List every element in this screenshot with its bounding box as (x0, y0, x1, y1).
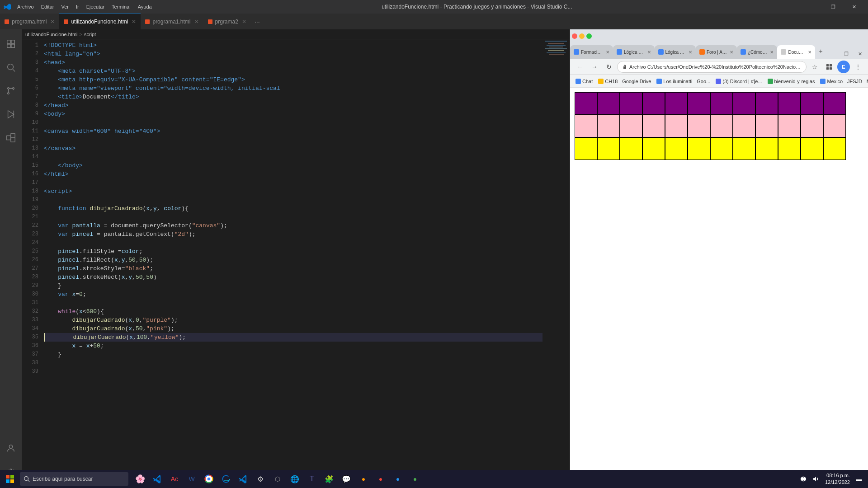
taskbar-puzzle-app[interactable]: 🧩 (321, 471, 337, 487)
extension-icon[interactable] (823, 61, 835, 73)
menu-view[interactable]: Ver (61, 4, 69, 9)
svg-marker-10 (8, 111, 14, 118)
code-editor[interactable]: 1234567891011121314151617181920212223242… (22, 39, 570, 478)
tab-close-icon[interactable]: ✕ (242, 19, 246, 25)
tab-programa1[interactable]: programa1.html ✕ (141, 14, 203, 29)
tray-network[interactable] (798, 474, 809, 484)
canvas-cell-pink (823, 115, 846, 137)
svg-rect-0 (7, 40, 10, 43)
taskbar-whatsapp-app[interactable]: 💬 (338, 471, 354, 487)
canvas-cell-pink (575, 115, 597, 137)
tab-close-icon[interactable]: ✕ (730, 50, 733, 55)
reload-button[interactable]: ↻ (603, 61, 615, 73)
menu-run[interactable]: Ejecutar (86, 4, 104, 9)
system-clock[interactable]: 08:16 p.m. 12/12/2022 (823, 472, 852, 486)
tab-close-icon[interactable]: ✕ (689, 50, 692, 55)
tray-volume[interactable] (811, 474, 821, 484)
browser-close-btn[interactable] (572, 33, 577, 39)
bookmark-mexico[interactable]: Mexico - JFSJD - Mi... (818, 78, 868, 85)
menu-edit[interactable]: Editar (41, 4, 54, 9)
new-tab-button[interactable]: + (815, 45, 826, 57)
tab-close-icon[interactable]: ✕ (194, 19, 199, 25)
svg-rect-19 (826, 67, 829, 69)
start-button[interactable] (2, 471, 18, 487)
taskbar-extra4-app[interactable]: ● (407, 471, 423, 487)
taskbar-system-tray: 08:16 p.m. 12/12/2022 ▬ (798, 472, 866, 486)
breadcrumb-section[interactable]: script (84, 32, 96, 37)
tab-close-icon[interactable]: ✕ (606, 50, 609, 55)
menu-go[interactable]: Ir (76, 4, 79, 9)
browser-tab-foro[interactable]: Foro | Alur... ✕ (696, 45, 737, 59)
browser-tab-formacion[interactable]: Formación ... ✕ (570, 45, 613, 59)
back-button[interactable]: ← (574, 61, 586, 73)
minimize-button[interactable]: ─ (802, 0, 823, 14)
bookmark-icon (716, 79, 721, 84)
taskbar-github-app[interactable]: ⬡ (269, 471, 286, 487)
taskbar-edge-app[interactable] (218, 471, 234, 487)
address-bar[interactable]: Archivo C:/Users/user/OneDrive%20-%20Ins… (617, 61, 807, 73)
browser-tab-document[interactable]: Document ✕ (777, 45, 815, 59)
browser-tab-como[interactable]: ¿Cómo fu... ✕ (737, 45, 778, 59)
tab-programa[interactable]: programa.html ✕ (0, 14, 59, 29)
browser-tab-logica2[interactable]: Lógica de ... ✕ (655, 45, 696, 59)
tab-close-icon[interactable]: ✕ (132, 19, 136, 25)
browser-maximize-btn[interactable] (586, 33, 592, 39)
menu-terminal[interactable]: Terminal (112, 4, 131, 9)
activity-git[interactable] (0, 80, 22, 102)
canvas-cell-purple (823, 92, 846, 115)
activity-search[interactable] (0, 56, 22, 78)
taskbar-extra2-app[interactable]: ● (373, 471, 389, 487)
forward-button[interactable]: → (588, 61, 601, 73)
bookmark-bienvenida[interactable]: bienvenid-y-reglas (766, 78, 817, 85)
close-button[interactable]: ✕ (844, 0, 864, 14)
show-desktop[interactable]: ▬ (854, 474, 864, 484)
canvas-purple-row (575, 92, 846, 160)
taskbar-search[interactable]: Escribe aquí para buscar (20, 472, 128, 486)
taskbar-teams-app[interactable]: ⚙ (252, 471, 269, 487)
menu-file[interactable]: Archivo (17, 4, 34, 9)
tab-close-icon[interactable]: ✕ (647, 50, 651, 55)
taskbar-vscode-app[interactable] (149, 471, 165, 487)
taskbar-word-app[interactable]: W (184, 471, 200, 487)
profile-icon[interactable]: E (837, 61, 850, 73)
svg-rect-18 (830, 64, 832, 66)
taskbar-globe-app[interactable]: 🌐 (287, 471, 303, 487)
maximize-button[interactable]: ❐ (823, 0, 844, 14)
bookmark-icon (656, 79, 662, 84)
breadcrumb-file[interactable]: utilizandoFuncione.html (25, 32, 78, 37)
tab-prgrama2[interactable]: prgrama2 ✕ (203, 14, 251, 29)
tab-label: programa1.html (152, 19, 190, 25)
activity-account[interactable] (0, 437, 22, 459)
bookmark-discord[interactable]: (3) Discord | #[e... (714, 78, 764, 85)
activity-explorer[interactable] (0, 33, 22, 55)
bookmark-label: Los iluminatti - Goo... (663, 79, 710, 84)
bookmark-chat[interactable]: Chat (574, 78, 594, 85)
taskbar-acrobat-app[interactable]: Ac (166, 471, 183, 487)
bookmark-iluminatti[interactable]: Los iluminatti - Goo... (655, 78, 712, 85)
browser-restore[interactable]: ❐ (840, 49, 853, 59)
browser-tab-logica1[interactable]: Lógica de ... ✕ (613, 45, 655, 59)
taskbar-teams2-app[interactable]: T (304, 471, 320, 487)
browser-minimize[interactable]: ─ (826, 49, 839, 59)
tab-close-icon[interactable]: ✕ (770, 50, 774, 55)
browser-close[interactable]: ✕ (854, 49, 866, 59)
tab-favicon (658, 49, 664, 55)
menu-help[interactable]: Ayuda (138, 4, 152, 9)
activity-extensions[interactable] (0, 127, 22, 149)
taskbar-vscode2-app[interactable] (235, 471, 251, 487)
taskbar-extra3-app[interactable]: ● (390, 471, 406, 487)
canvas-cell-yellow (755, 137, 778, 160)
taskbar-chrome-app[interactable] (201, 471, 217, 487)
taskbar-extra-app[interactable]: ● (355, 471, 372, 487)
tab-close-icon[interactable]: ✕ (808, 50, 811, 55)
activity-run[interactable] (0, 103, 22, 125)
tab-close-icon[interactable]: ✕ (50, 19, 55, 25)
browser-minimize-btn[interactable] (579, 33, 585, 39)
bookmark-star[interactable]: ☆ (808, 61, 821, 73)
bookmark-drive[interactable]: CH18 - Google Drive (596, 78, 653, 85)
taskbar-flower-app[interactable]: 🌸 (132, 471, 148, 487)
code-content[interactable]: <!DOCTYPE html><html lang="en"><head> <m… (42, 39, 542, 478)
tab-overflow-menu[interactable]: ··· (251, 18, 264, 25)
more-options[interactable]: ⋮ (852, 61, 864, 73)
tab-utilizandofuncione[interactable]: utilizandoFuncione.html ✕ (59, 14, 141, 29)
